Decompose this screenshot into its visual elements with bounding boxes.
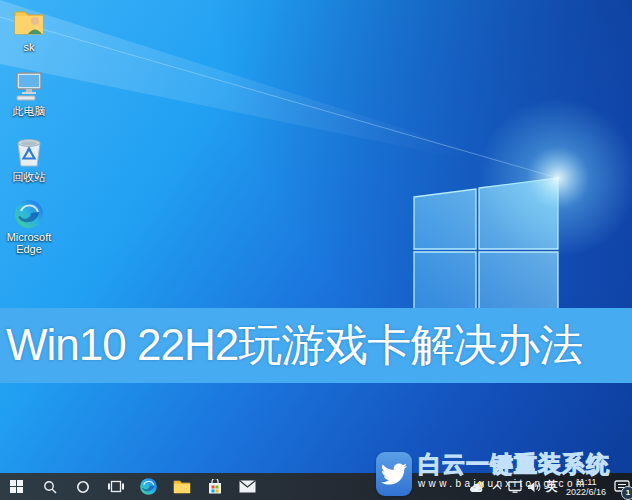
edge-browser-icon	[13, 198, 45, 230]
this-pc-icon	[11, 68, 47, 104]
folder-icon	[173, 479, 191, 494]
cortana-circle-icon	[76, 480, 90, 494]
windows-desktop: sk 此电脑 回收站	[0, 0, 632, 500]
taskbar-buttons	[0, 473, 264, 500]
desktop-icon-label: 此电脑	[13, 105, 46, 117]
task-view-button[interactable]	[99, 473, 132, 500]
task-view-icon	[108, 480, 124, 493]
headline-text: Win10 22H2玩游戏卡解决办法	[0, 316, 582, 375]
mail-envelope-icon	[239, 480, 256, 493]
desktop-icon-label: sk	[24, 41, 35, 53]
wallpaper-hero	[0, 0, 632, 500]
store-button[interactable]	[198, 473, 231, 500]
desktop-icon-label: 回收站	[13, 171, 46, 183]
taskbar-edge-button[interactable]	[132, 473, 165, 500]
brand-logo-tile	[376, 452, 412, 496]
brand-text-block: 白云一键重装系统 www.baiyunxitong.com	[418, 452, 632, 496]
brand-name: 白云一键重装系统	[418, 452, 632, 477]
microsoft-store-icon	[207, 479, 223, 495]
search-icon	[43, 480, 57, 494]
windows-start-icon	[10, 480, 23, 493]
edge-browser-icon	[139, 477, 158, 496]
desktop-icon-user-folder[interactable]: sk	[2, 4, 56, 53]
brand-url: www.baiyunxitong.com	[418, 478, 632, 489]
brand-watermark: 白云一键重装系统 www.baiyunxitong.com	[376, 452, 632, 496]
mail-button[interactable]	[231, 473, 264, 500]
file-explorer-button[interactable]	[165, 473, 198, 500]
user-folder-icon	[11, 4, 47, 40]
desktop-icon-label: Microsoft Edge	[2, 231, 56, 255]
recycle-bin-icon	[11, 134, 47, 170]
headline-banner: Win10 22H2玩游戏卡解决办法	[0, 308, 632, 383]
taskbar-search-button[interactable]	[33, 473, 66, 500]
twitter-bird-icon	[381, 461, 407, 487]
desktop-icon-recycle-bin[interactable]: 回收站	[2, 134, 56, 183]
start-button[interactable]	[0, 473, 33, 500]
desktop-icon-this-pc[interactable]: 此电脑	[2, 68, 56, 117]
desktop-icon-edge[interactable]: Microsoft Edge	[2, 198, 56, 255]
taskbar-cortana-button[interactable]	[66, 473, 99, 500]
